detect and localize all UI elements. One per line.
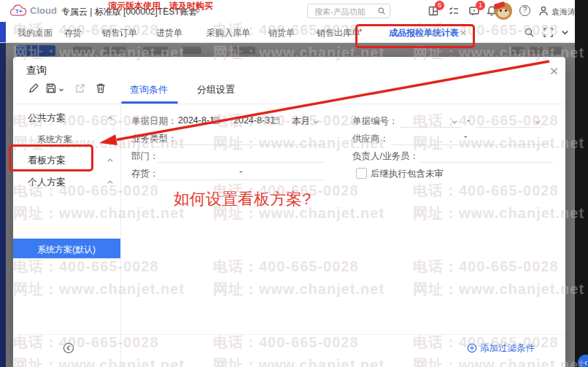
docno-from-field[interactable] [400,127,462,128]
date-to-value[interactable]: 2024-8-31 [233,115,275,125]
todo-checklist-icon[interactable] [448,5,460,17]
tab-sales-note[interactable]: 销货单 [268,27,295,39]
chevron-down-icon[interactable] [534,118,541,125]
calendar-icon[interactable] [271,116,280,125]
inventory-value[interactable]: - [239,166,242,177]
supplier-label: 供应商： [352,133,389,145]
chevron-down-icon[interactable] [451,118,458,125]
plus-circle-icon [467,343,477,353]
biztype-label: 业务类型： [131,133,177,145]
left-nav-strip-top [0,22,6,42]
collapse-right-button[interactable]: ‹ [578,355,588,367]
docno-label: 单据编号： [352,115,398,128]
tab-purchase[interactable]: 进货单 [156,27,182,39]
followup-label: 后继执行包含未审 [371,168,444,180]
dialog-title: 查询 [26,64,47,77]
chevron-up-icon[interactable] [107,115,114,122]
collapse-panel-icon[interactable] [63,342,74,354]
followup-checkbox[interactable] [356,168,367,179]
person-field[interactable] [420,162,553,163]
tab-sales-order[interactable]: 销售订单 [102,27,137,39]
tab-group-settings[interactable]: 分组设置 [197,83,235,96]
chevron-up-icon[interactable] [107,179,114,186]
inventory-field[interactable] [158,179,325,180]
global-search[interactable] [307,4,390,18]
mascot-avatar[interactable] [495,2,512,20]
add-filter-button[interactable]: 添加过滤条件 [467,342,535,355]
tab-sales-out[interactable]: 销售出库单 [317,27,360,39]
right-black-strip [575,0,588,367]
demo-version-notice: 演示版本使用，请及时购买 [108,0,213,12]
dialog-bottom-bar: 添加过滤条件 [13,334,565,367]
username-text[interactable]: 袁海涛 [552,7,576,18]
tplus-cloud-logo-icon[interactable]: T+ [9,4,28,18]
tutorial-question-text: 如何设置看板方案? [174,188,311,210]
date-range-separator: - [225,115,228,125]
svg-text:T+: T+ [15,8,23,15]
search-icon[interactable] [377,7,386,15]
document-tab-bar: 我的桌面 存货 销售订单 进货单 采购入库单 销货单 销售出库单 * 成品报检单… [0,22,575,43]
search-input[interactable] [313,5,379,18]
user-icon[interactable] [538,5,549,17]
fullscreen-icon[interactable] [543,27,554,38]
share-scheme-icon [74,82,86,94]
help-icon[interactable]: ? [519,5,530,16]
tab-my-desktop[interactable]: 我的桌面 [18,27,53,39]
highlight-box-kanban-scheme [9,144,93,171]
supplier-field[interactable] [391,144,553,145]
task-count-badge: 6 [435,1,444,10]
supplier-value[interactable]: - [464,131,467,142]
top-bar: T+ Cloud 专属云 | 标准版 [000002]TEST账套 演示版本使用… [0,0,575,23]
chevron-down-icon[interactable] [312,118,320,125]
tab-search-icon[interactable] [524,27,535,38]
date-from-value[interactable]: 2024-8-1 [178,115,214,125]
date-label: 单据日期： [131,115,177,128]
query-dialog: 查询 查询条件 分组设置 公共方案 系统方案 [13,57,565,367]
tab-purchase-in[interactable]: 采购入库单 [206,27,250,39]
dept-field[interactable] [158,162,325,163]
docno-separator: - [467,115,470,125]
tab-query-conditions[interactable]: 查询条件 [130,83,168,96]
inventory-label: 存货： [131,168,159,180]
highlight-box-active-tab [355,24,475,48]
dialog-close-icon[interactable] [549,66,559,76]
edit-scheme-icon[interactable] [28,82,39,94]
scheme-item-system-default-selected[interactable]: 系统方案(默认) [13,239,120,258]
group-public-schemes[interactable]: 公共方案 [28,112,66,125]
tabs-chevron-down-icon[interactable] [560,27,570,38]
group-personal-schemes[interactable]: 个人方案 [28,176,66,189]
notification-count-badge: 1 [476,1,485,10]
tab-inventory[interactable]: 存货 [64,27,82,39]
chevron-up-icon[interactable] [107,157,114,164]
dept-label: 部门： [131,150,159,163]
save-chevron-down-icon[interactable] [58,87,64,93]
brand-text: Cloud [30,5,57,16]
date-preset-select[interactable]: 本月 [292,115,310,128]
scheme-panel: 公共方案 系统方案 看板方案 个人方案 系统方案(默认) [13,104,121,367]
save-scheme-icon[interactable] [45,82,57,94]
biztype-field[interactable] [175,144,325,145]
delete-scheme-icon[interactable] [95,82,107,94]
screen: ‹ T+ Cloud 专属云 | 标准版 [000002]TEST账套 演示版本… [0,0,588,367]
calendar-icon[interactable] [212,116,220,125]
docno-to-field[interactable] [476,127,543,128]
person-label: 负责人/业务员： [352,150,419,163]
